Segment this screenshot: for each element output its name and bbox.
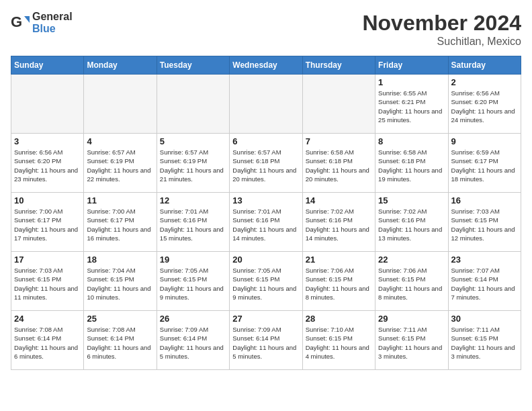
- day-number: 10: [14, 195, 81, 205]
- day-number: 20: [232, 255, 299, 265]
- calendar-cell: 20Sunrise: 7:05 AMSunset: 6:15 PMDayligh…: [230, 252, 302, 311]
- day-number: 4: [87, 136, 153, 146]
- calendar-cell: 24Sunrise: 7:08 AMSunset: 6:14 PMDayligh…: [11, 311, 84, 370]
- day-number: 9: [451, 136, 518, 146]
- day-number: 16: [451, 195, 518, 205]
- day-info: Sunrise: 7:11 AMSunset: 6:15 PMDaylight:…: [378, 325, 445, 361]
- day-info: Sunrise: 7:03 AMSunset: 6:15 PMDaylight:…: [451, 207, 518, 242]
- day-number: 12: [160, 195, 226, 205]
- calendar-cell: 10Sunrise: 7:00 AMSunset: 6:17 PMDayligh…: [11, 193, 84, 252]
- day-number: 21: [306, 255, 372, 265]
- calendar-cell: 3Sunrise: 6:56 AMSunset: 6:20 PMDaylight…: [11, 134, 84, 193]
- month-title: November 2024: [362, 11, 521, 36]
- day-number: 23: [451, 255, 518, 265]
- logo-icon: G: [11, 13, 30, 32]
- calendar-cell: 6Sunrise: 6:57 AMSunset: 6:18 PMDaylight…: [230, 134, 302, 193]
- calendar-body: 1Sunrise: 6:55 AMSunset: 6:21 PMDaylight…: [11, 75, 521, 370]
- svg-marker-1: [24, 16, 30, 23]
- day-info: Sunrise: 7:03 AMSunset: 6:15 PMDaylight:…: [14, 266, 81, 302]
- day-info: Sunrise: 7:01 AMSunset: 6:16 PMDaylight:…: [160, 207, 226, 242]
- day-info: Sunrise: 7:06 AMSunset: 6:15 PMDaylight:…: [378, 266, 445, 302]
- day-number: 8: [378, 136, 445, 146]
- day-info: Sunrise: 6:55 AMSunset: 6:21 PMDaylight:…: [378, 89, 445, 124]
- calendar-cell: 18Sunrise: 7:04 AMSunset: 6:15 PMDayligh…: [84, 252, 157, 311]
- calendar-cell: 23Sunrise: 7:07 AMSunset: 6:14 PMDayligh…: [448, 252, 521, 311]
- day-info: Sunrise: 7:04 AMSunset: 6:15 PMDaylight:…: [87, 266, 153, 302]
- calendar-cell: 30Sunrise: 7:11 AMSunset: 6:15 PMDayligh…: [448, 311, 521, 370]
- day-info: Sunrise: 7:06 AMSunset: 6:15 PMDaylight:…: [306, 266, 372, 302]
- day-info: Sunrise: 6:57 AMSunset: 6:19 PMDaylight:…: [160, 148, 226, 183]
- day-info: Sunrise: 7:11 AMSunset: 6:15 PMDaylight:…: [451, 325, 518, 361]
- day-info: Sunrise: 7:00 AMSunset: 6:17 PMDaylight:…: [87, 207, 153, 242]
- calendar-cell: 14Sunrise: 7:02 AMSunset: 6:16 PMDayligh…: [302, 193, 375, 252]
- header-day-friday: Friday: [375, 56, 448, 75]
- day-info: Sunrise: 6:56 AMSunset: 6:20 PMDaylight:…: [14, 148, 81, 183]
- day-number: 22: [378, 255, 445, 265]
- calendar-cell: 17Sunrise: 7:03 AMSunset: 6:15 PMDayligh…: [11, 252, 84, 311]
- logo-text: General Blue: [32, 11, 73, 34]
- calendar-table: SundayMondayTuesdayWednesdayThursdayFrid…: [11, 56, 521, 370]
- header-day-tuesday: Tuesday: [157, 56, 229, 75]
- day-info: Sunrise: 6:58 AMSunset: 6:18 PMDaylight:…: [378, 148, 445, 183]
- day-number: 24: [14, 314, 81, 324]
- calendar-cell: [157, 75, 229, 134]
- calendar-header: SundayMondayTuesdayWednesdayThursdayFrid…: [11, 56, 521, 75]
- day-info: Sunrise: 7:05 AMSunset: 6:15 PMDaylight:…: [232, 266, 299, 302]
- calendar-cell: 5Sunrise: 6:57 AMSunset: 6:19 PMDaylight…: [157, 134, 229, 193]
- day-info: Sunrise: 7:10 AMSunset: 6:15 PMDaylight:…: [306, 325, 372, 361]
- day-info: Sunrise: 7:05 AMSunset: 6:15 PMDaylight:…: [160, 266, 226, 302]
- page-header: G General Blue November 2024 Suchitlan, …: [11, 11, 521, 48]
- day-info: Sunrise: 7:02 AMSunset: 6:16 PMDaylight:…: [378, 207, 445, 242]
- calendar-cell: [302, 75, 375, 134]
- day-number: 30: [451, 314, 518, 324]
- day-info: Sunrise: 7:07 AMSunset: 6:14 PMDaylight:…: [451, 266, 518, 302]
- header-day-monday: Monday: [84, 56, 157, 75]
- calendar-cell: 15Sunrise: 7:02 AMSunset: 6:16 PMDayligh…: [375, 193, 448, 252]
- calendar-cell: 28Sunrise: 7:10 AMSunset: 6:15 PMDayligh…: [302, 311, 375, 370]
- title-section: November 2024 Suchitlan, Mexico: [362, 11, 521, 48]
- calendar-cell: 1Sunrise: 6:55 AMSunset: 6:21 PMDaylight…: [375, 75, 448, 134]
- day-info: Sunrise: 6:59 AMSunset: 6:17 PMDaylight:…: [451, 148, 518, 183]
- calendar-cell: 13Sunrise: 7:01 AMSunset: 6:16 PMDayligh…: [230, 193, 302, 252]
- logo: G General Blue: [11, 11, 73, 34]
- day-info: Sunrise: 7:02 AMSunset: 6:16 PMDaylight:…: [306, 207, 372, 242]
- day-info: Sunrise: 7:09 AMSunset: 6:14 PMDaylight:…: [232, 325, 299, 361]
- day-number: 3: [14, 136, 81, 146]
- day-number: 15: [378, 195, 445, 205]
- day-number: 7: [306, 136, 372, 146]
- calendar-cell: 25Sunrise: 7:08 AMSunset: 6:14 PMDayligh…: [84, 311, 157, 370]
- day-info: Sunrise: 6:57 AMSunset: 6:19 PMDaylight:…: [87, 148, 153, 183]
- day-info: Sunrise: 7:09 AMSunset: 6:14 PMDaylight:…: [160, 325, 226, 361]
- header-row: SundayMondayTuesdayWednesdayThursdayFrid…: [11, 56, 521, 75]
- calendar-week-2: 3Sunrise: 6:56 AMSunset: 6:20 PMDaylight…: [11, 134, 521, 193]
- day-info: Sunrise: 6:56 AMSunset: 6:20 PMDaylight:…: [451, 89, 518, 124]
- day-number: 13: [232, 195, 299, 205]
- day-number: 18: [87, 255, 153, 265]
- header-day-thursday: Thursday: [302, 56, 375, 75]
- day-number: 28: [306, 314, 372, 324]
- day-info: Sunrise: 6:58 AMSunset: 6:18 PMDaylight:…: [306, 148, 372, 183]
- day-number: 29: [378, 314, 445, 324]
- calendar-week-1: 1Sunrise: 6:55 AMSunset: 6:21 PMDaylight…: [11, 75, 521, 134]
- header-day-wednesday: Wednesday: [230, 56, 302, 75]
- day-info: Sunrise: 7:08 AMSunset: 6:14 PMDaylight:…: [14, 325, 81, 361]
- calendar-cell: 2Sunrise: 6:56 AMSunset: 6:20 PMDaylight…: [448, 75, 521, 134]
- day-number: 17: [14, 255, 81, 265]
- day-number: 14: [306, 195, 372, 205]
- calendar-cell: 26Sunrise: 7:09 AMSunset: 6:14 PMDayligh…: [157, 311, 229, 370]
- day-number: 19: [160, 255, 226, 265]
- day-number: 1: [378, 77, 445, 87]
- calendar-cell: [230, 75, 302, 134]
- calendar-cell: 8Sunrise: 6:58 AMSunset: 6:18 PMDaylight…: [375, 134, 448, 193]
- logo-general: General: [32, 11, 73, 23]
- day-info: Sunrise: 6:57 AMSunset: 6:18 PMDaylight:…: [232, 148, 299, 183]
- day-number: 26: [160, 314, 226, 324]
- calendar-week-3: 10Sunrise: 7:00 AMSunset: 6:17 PMDayligh…: [11, 193, 521, 252]
- day-number: 11: [87, 195, 153, 205]
- calendar-week-5: 24Sunrise: 7:08 AMSunset: 6:14 PMDayligh…: [11, 311, 521, 370]
- header-day-saturday: Saturday: [448, 56, 521, 75]
- calendar-cell: 7Sunrise: 6:58 AMSunset: 6:18 PMDaylight…: [302, 134, 375, 193]
- header-day-sunday: Sunday: [11, 56, 84, 75]
- day-number: 27: [232, 314, 299, 324]
- calendar-cell: 9Sunrise: 6:59 AMSunset: 6:17 PMDaylight…: [448, 134, 521, 193]
